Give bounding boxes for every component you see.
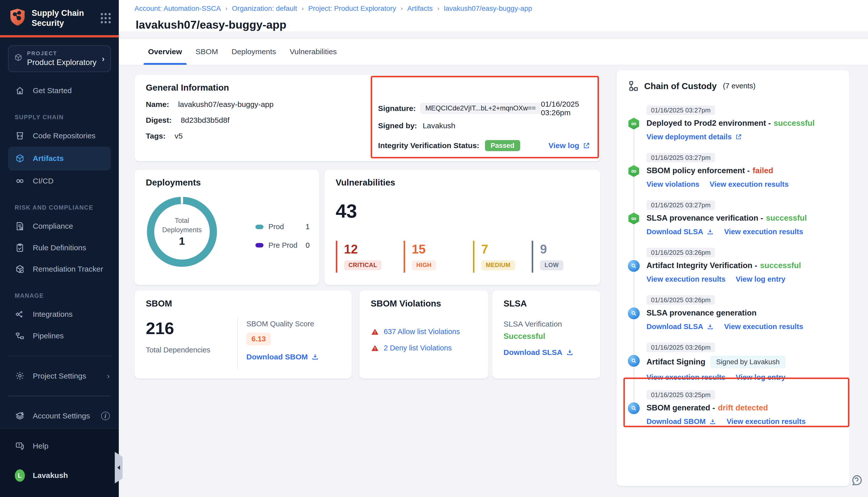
download-slsa-link[interactable]: Download SLSA — [504, 348, 574, 357]
card-title: SLSA — [504, 298, 591, 309]
sidebar-item-remediation-tracker[interactable]: Remediation Tracker — [0, 258, 119, 280]
sidebar-item-integrations[interactable]: Integrations — [0, 304, 119, 325]
event-count: (7 events) — [723, 82, 755, 90]
event-artifact-integrity-verification: 01/16/2025 03:26pm Artifact Integrity Ve… — [628, 246, 838, 284]
event-sbom-generated: 01/16/2025 03:25pm SBOM generated - drif… — [628, 389, 838, 426]
view-log-entry-link[interactable]: View log entry — [736, 275, 785, 283]
sbom-quality-score-value: 6.13 — [247, 332, 271, 345]
legend-item-preprod: Pre Prod 0 — [255, 241, 310, 250]
artifact-tags: v5 — [174, 132, 183, 140]
support-chat-icon[interactable] — [850, 473, 864, 489]
divider — [8, 396, 111, 396]
nav-section-manage: MANAGE — [0, 293, 119, 299]
event-timestamp: 01/16/2025 03:27pm — [646, 200, 715, 210]
event-sbom-policy-enforcement: ∞ 01/16/2025 03:27pm SBOM policy enforce… — [628, 152, 838, 189]
deployments-donut-chart: Total Deployments 1 — [147, 197, 217, 267]
help-chat-icon: ? — [15, 441, 25, 451]
view-execution-results-link[interactable]: View execution results — [646, 373, 726, 382]
sidebar-item-pipelines[interactable]: Pipelines — [0, 325, 119, 347]
warning-icon — [371, 328, 379, 336]
sidebar-item-get-started[interactable]: Get Started — [0, 80, 119, 102]
artifact-name: lavakush07/easy-buggy-app — [178, 100, 274, 109]
sidebar-item-rule-definitions[interactable]: Rule Definitions — [0, 237, 119, 258]
chevron-right-icon: › — [302, 5, 304, 12]
sbom-quality-score-label: SBOM Quality Score — [247, 320, 319, 328]
sidebar-item-cicd[interactable]: CI/CD — [0, 170, 119, 192]
severity-breakdown: 12 CRITICAL 15 HIGH 7 MEDIUM — [336, 241, 589, 273]
divider — [8, 356, 111, 356]
download-sbom-link[interactable]: Download SBOM — [247, 353, 319, 361]
sidebar-item-compliance[interactable]: Compliance — [0, 216, 119, 237]
download-slsa-link[interactable]: Download SLSA — [646, 228, 714, 236]
event-timestamp: 01/16/2025 03:27pm — [646, 153, 715, 162]
event-title: SBOM generated - — [646, 403, 715, 412]
apps-grid-icon[interactable] — [101, 13, 111, 23]
sidebar-item-code-repositories[interactable]: Code Repositories — [0, 125, 119, 147]
event-deployed-prod2: ∞ 01/16/2025 03:27pm Deployed to Prod2 e… — [628, 104, 838, 142]
share-nodes-icon — [15, 309, 25, 320]
breadcrumb-artifacts[interactable]: Artifacts — [407, 4, 433, 13]
view-execution-results-link[interactable]: View execution results — [710, 180, 789, 188]
download-icon — [566, 349, 574, 356]
prod-legend-swatch — [255, 225, 264, 229]
divider — [237, 317, 238, 369]
severity-high: 15 HIGH — [404, 241, 473, 273]
download-icon — [706, 323, 714, 330]
breadcrumb-account[interactable]: Account: Automation-SSCA — [135, 4, 221, 13]
view-execution-results-link[interactable]: View execution results — [724, 228, 803, 236]
top-header: Account: Automation-SSCA › Organization:… — [119, 0, 868, 31]
view-execution-results-link[interactable]: View execution results — [727, 417, 806, 426]
sidebar-item-project-settings[interactable]: Project Settings › — [0, 365, 119, 387]
pipeline-icon — [15, 331, 25, 341]
view-execution-results-link[interactable]: View execution results — [646, 275, 726, 283]
chevron-right-icon: › — [401, 5, 403, 12]
breadcrumb-project[interactable]: Project: Product Exploratory — [308, 4, 396, 13]
view-deployment-details-link[interactable]: View deployment details — [646, 133, 742, 141]
breadcrumb-organization[interactable]: Organization: default — [232, 4, 297, 13]
prod-count: 1 — [306, 223, 310, 231]
tab-sbom[interactable]: SBOM — [196, 39, 218, 65]
signature-value-chip[interactable]: MEQCICde2VjIT...bL+2+mqnOXw== — [420, 103, 541, 114]
event-timeline: ∞ 01/16/2025 03:27pm Deployed to Prod2 e… — [628, 104, 838, 426]
scan-search-icon — [628, 355, 640, 367]
project-selector-label: PROJECT — [27, 51, 97, 57]
severity-medium: 7 MEDIUM — [473, 241, 532, 273]
cube-icon — [14, 53, 23, 64]
view-execution-results-link[interactable]: View execution results — [724, 323, 803, 331]
view-log-entry-link[interactable]: View log entry — [736, 373, 785, 382]
project-selector[interactable]: PROJECT Product Exploratory › — [8, 45, 111, 72]
vulnerabilities-total: 43 — [336, 200, 591, 222]
external-link-icon — [583, 142, 590, 150]
tab-vulnerabilities[interactable]: Vulnerabilities — [290, 39, 337, 65]
view-violations-link[interactable]: View violations — [646, 180, 699, 188]
sidebar-collapse-handle[interactable] — [115, 452, 123, 483]
chevron-right-icon: › — [225, 5, 227, 12]
allow-list-violations-link[interactable]: 637 Allow list Violations — [384, 328, 460, 336]
tags-label: Tags: — [146, 132, 166, 140]
tab-deployments[interactable]: Deployments — [232, 39, 276, 65]
severity-critical: 12 CRITICAL — [336, 241, 404, 273]
infinity-icon — [15, 176, 25, 186]
warning-icon — [371, 344, 379, 352]
legend-item-prod: Prod 1 — [255, 223, 310, 231]
slsa-verification-label: SLSA Verification — [504, 320, 591, 328]
view-log-link[interactable]: View log — [548, 141, 590, 150]
app-title: Supply Chain Security — [32, 8, 84, 29]
event-timestamp: 01/16/2025 03:26pm — [646, 295, 715, 305]
sidebar-item-artifacts[interactable]: Artifacts — [8, 146, 111, 170]
event-status: failed — [753, 166, 773, 175]
event-title: Deployed to Prod2 environment - — [646, 118, 771, 128]
download-slsa-link[interactable]: Download SLSA — [646, 323, 714, 331]
cube-icon — [15, 153, 25, 164]
breadcrumb-current[interactable]: lavakush07/easy-buggy-app — [444, 4, 532, 13]
home-icon — [15, 86, 25, 96]
chevron-right-icon: › — [437, 5, 439, 12]
user-menu[interactable]: L Lavakush — [0, 465, 119, 486]
download-sbom-link[interactable]: Download SBOM — [646, 417, 716, 426]
name-label: Name: — [146, 100, 169, 109]
deny-list-violations-link[interactable]: 2 Deny list Violations — [384, 344, 452, 352]
sidebar-item-help[interactable]: ? Help — [0, 436, 119, 457]
tab-overview[interactable]: Overview — [148, 39, 182, 65]
preprod-count: 0 — [306, 241, 310, 250]
sidebar-item-account-settings[interactable]: Account Settings i — [0, 406, 119, 427]
